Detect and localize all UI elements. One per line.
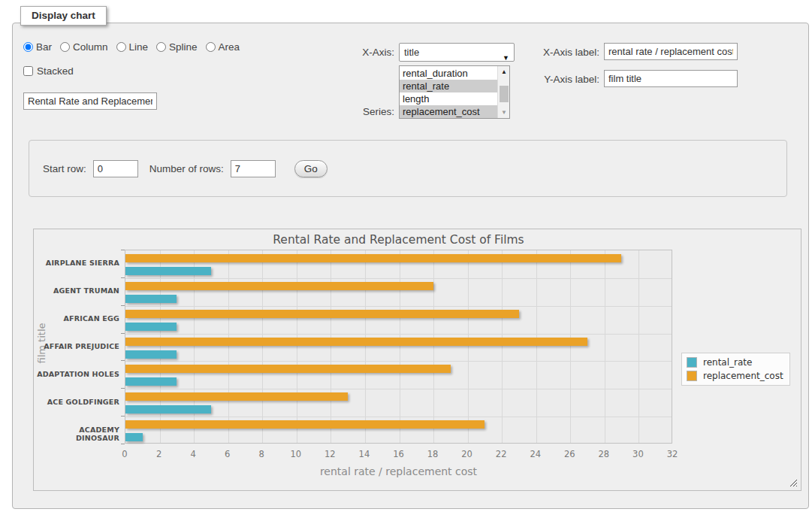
go-button[interactable]: Go <box>294 160 328 177</box>
bar-rental_rate <box>125 405 211 414</box>
bar-replacement_cost <box>125 282 433 290</box>
series-option-rental-rate[interactable]: rental_rate <box>400 80 497 92</box>
num-rows-input[interactable] <box>231 160 276 177</box>
x-axis-title: rental rate / replacement cost <box>125 465 672 477</box>
legend-item: rental_rate <box>687 357 783 368</box>
x-axis-select[interactable]: title ▼ <box>399 43 515 62</box>
gridline-horizontal <box>125 334 672 335</box>
chart-type-radio-group: Bar Column Line Spline Area <box>23 41 240 53</box>
x-tick-label: 0 <box>113 449 136 459</box>
stacked-checkbox[interactable] <box>23 66 33 76</box>
radio-item-spline[interactable]: Spline <box>156 41 198 53</box>
series-listbox[interactable]: rental_duration rental_rate length repla… <box>399 65 510 119</box>
chart-title: Rental Rate and Replacement Cost of Film… <box>125 233 672 247</box>
category-label: ADAPTATION HOLES <box>35 370 119 378</box>
category-label: AGENT TRUMAN <box>35 286 119 295</box>
radio-item-column[interactable]: Column <box>60 41 108 53</box>
gridline-horizontal <box>125 306 672 307</box>
chart-container: Rental Rate and Replacement Cost of Film… <box>33 229 801 491</box>
x-axis-selected-value: title <box>404 47 419 58</box>
bar-radio-label: Bar <box>36 41 52 53</box>
category-label: AIRPLANE SIERRA <box>35 259 119 267</box>
bar-replacement_cost <box>125 420 484 429</box>
x-tick-label: 14 <box>353 449 376 459</box>
area-radio[interactable] <box>206 42 216 52</box>
bar-replacement_cost <box>125 338 587 346</box>
gridline-vertical <box>228 250 229 443</box>
panel-legend: Display chart <box>20 6 107 26</box>
line-radio-label: Line <box>129 41 149 53</box>
start-row-input[interactable] <box>93 160 138 177</box>
bar-replacement_cost <box>125 392 348 401</box>
category-label: ACE GOLDFINGER <box>35 398 119 406</box>
x-tick-label: 2 <box>148 449 171 459</box>
stacked-row[interactable]: Stacked <box>23 65 74 77</box>
gridline-vertical <box>638 250 639 443</box>
category-label: AFRICAN EGG <box>35 314 119 323</box>
radio-item-bar[interactable]: Bar <box>23 41 52 53</box>
column-radio[interactable] <box>60 42 70 52</box>
series-options: rental_duration rental_rate length repla… <box>400 67 497 118</box>
series-option-replacement-cost[interactable]: replacement_cost <box>400 105 497 118</box>
x-tick-label: 16 <box>388 449 410 459</box>
bar-rental_rate <box>125 377 177 386</box>
y-tick-mark <box>121 388 125 389</box>
y-tick-mark <box>121 250 125 250</box>
num-rows-caption: Number of rows: <box>149 163 224 174</box>
series-option-rental-duration[interactable]: rental_duration <box>400 67 497 80</box>
bar-replacement_cost <box>125 254 621 262</box>
gridline-horizontal <box>125 389 672 389</box>
display-chart-panel: Bar Column Line Spline Area Stacked X-Ax… <box>12 23 809 509</box>
category-label: ACADEMY DINOSAUR <box>35 426 119 442</box>
bar-rental_rate <box>125 295 177 303</box>
gridline-vertical <box>262 250 263 443</box>
stacked-label: Stacked <box>37 65 74 77</box>
legend-label: rental_rate <box>703 357 752 368</box>
x-tick-label: 20 <box>456 449 478 459</box>
gridline-vertical <box>502 250 503 443</box>
gridline-vertical <box>194 250 195 443</box>
x-tick-label: 18 <box>421 449 444 459</box>
start-row-caption: Start row: <box>43 163 86 174</box>
x-axis-label-input[interactable] <box>604 43 738 60</box>
resize-grip-icon[interactable] <box>789 478 797 486</box>
gridline-horizontal <box>125 278 672 279</box>
y-tick-mark <box>121 305 125 306</box>
scrollbar-thumb[interactable] <box>500 86 509 102</box>
bar-rental_rate <box>125 350 177 359</box>
x-tick-label: 24 <box>524 449 547 459</box>
area-radio-label: Area <box>219 41 240 53</box>
chart-title-input[interactable] <box>23 92 157 110</box>
x-tick-label: 28 <box>593 449 615 459</box>
x-tick-label: 22 <box>490 449 512 459</box>
spline-radio[interactable] <box>156 42 166 52</box>
gridline-vertical <box>570 250 571 443</box>
bar-rental_rate <box>125 433 143 441</box>
series-caption: Series: <box>312 106 394 117</box>
x-tick-label: 8 <box>250 449 273 459</box>
y-axis-label-input[interactable] <box>604 70 738 87</box>
legend-label: replacement_cost <box>703 371 783 381</box>
legend-item: replacement_cost <box>687 371 783 381</box>
x-axis-label-caption: X-Axis label: <box>501 47 599 58</box>
rental_rate-swatch <box>687 357 697 368</box>
gridline-vertical <box>297 250 297 443</box>
y-tick-mark <box>121 360 125 361</box>
line-radio[interactable] <box>116 42 126 52</box>
scroll-down-icon[interactable]: ▼ <box>498 107 510 118</box>
gridline-horizontal <box>125 361 672 362</box>
x-tick-label: 32 <box>661 449 684 459</box>
bar-replacement_cost <box>125 365 451 373</box>
bar-radio[interactable] <box>23 42 33 52</box>
gridline-vertical <box>468 250 469 443</box>
radio-item-line[interactable]: Line <box>116 41 149 53</box>
gridline-vertical <box>433 250 434 443</box>
bar-rental_rate <box>125 323 177 331</box>
column-radio-label: Column <box>73 41 108 53</box>
bar-replacement_cost <box>125 310 519 318</box>
series-option-length[interactable]: length <box>400 92 497 105</box>
radio-item-area[interactable]: Area <box>206 41 240 53</box>
gridline-vertical <box>160 250 161 443</box>
gridline-horizontal <box>125 417 672 417</box>
y-tick-mark <box>121 416 125 417</box>
